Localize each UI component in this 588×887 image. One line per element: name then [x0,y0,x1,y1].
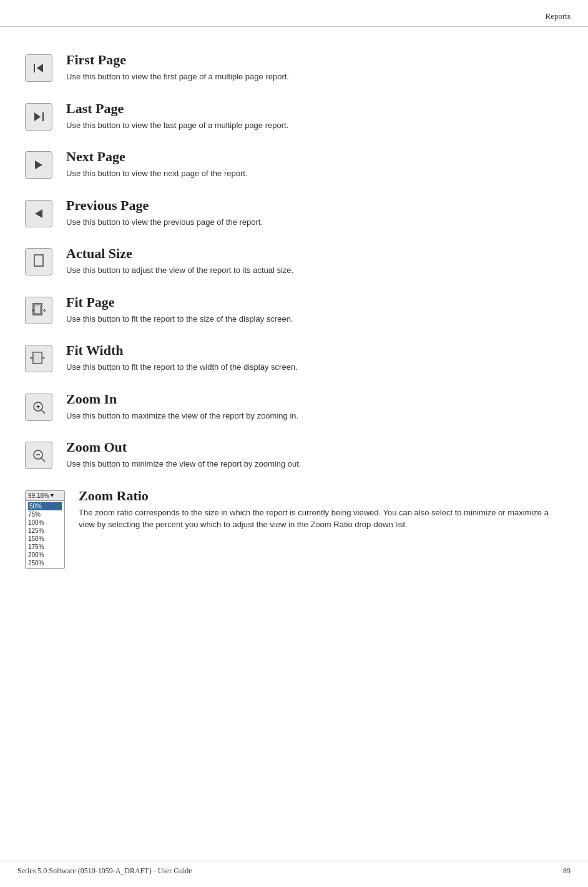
zoom-option-200[interactable]: 200% [28,551,62,559]
zoom-in-title: Zoom In [66,391,298,407]
zoom-ratio-dropdown: 50% 75% 100% 125% 150% 175% 200% 250% [26,501,64,568]
fit-page-desc: Use this button to fit the report to the… [66,313,293,325]
zoom-ratio-current: 99.18% [28,492,49,499]
prev-page-desc: Use this button to view the previous pag… [66,216,263,229]
zoom-out-desc: Use this button to minimize the view of … [66,458,301,470]
fit-page-title: Fit Page [66,294,293,310]
svg-rect-6 [34,255,43,266]
prev-page-text: Previous Page Use this button to view th… [66,197,263,229]
page-header: Reports [0,0,588,27]
header-title: Reports [546,11,571,21]
fit-width-desc: Use this button to fit the report to the… [66,361,298,374]
first-page-desc: Use this button to view the first page o… [66,71,289,83]
section-last-page: Last Page Use this button to view the la… [25,101,551,132]
section-prev-page: Previous Page Use this button to view th… [25,197,551,229]
actual-size-icon[interactable] [25,248,52,275]
zoom-option-100[interactable]: 100% [28,518,62,527]
next-page-icon[interactable] [25,151,52,179]
zoom-in-desc: Use this button to maximize the view of … [66,410,298,422]
section-zoom-ratio: 99.18% ▼ 50% 75% 100% 125% 150% 175% 200… [25,488,551,569]
svg-rect-0 [34,64,35,72]
footer-right: 89 [563,866,571,876]
zoom-out-icon[interactable] [25,442,52,469]
last-page-desc: Use this button to view the last page of… [66,119,288,132]
actual-size-title: Actual Size [66,245,293,262]
prev-page-icon[interactable] [25,200,52,227]
zoom-out-text: Zoom Out Use this button to minimize the… [66,439,301,470]
section-actual-size: Actual Size Use this button to adjust th… [25,245,551,277]
zoom-ratio-title: Zoom Ratio [79,488,551,504]
zoom-option-175[interactable]: 175% [28,543,62,551]
last-page-icon[interactable] [25,103,52,131]
fit-page-icon[interactable] [25,297,52,324]
svg-marker-5 [35,209,42,218]
svg-marker-3 [34,112,41,121]
last-page-title: Last Page [66,101,288,117]
fit-width-title: Fit Width [66,342,298,359]
zoom-option-75[interactable]: 75% [28,510,62,518]
first-page-title: First Page [66,52,289,68]
zoom-ratio-text: Zoom Ratio The zoom ratio corresponds to… [79,488,551,531]
footer-left: Series 5.0 Software (0510-1059-A_DRAFT) … [17,866,192,876]
zoom-in-text: Zoom In Use this button to maximize the … [66,391,298,422]
prev-page-title: Previous Page [66,197,263,214]
svg-rect-16 [33,352,42,364]
fit-width-icon[interactable] [25,345,52,372]
zoom-in-icon[interactable] [25,394,52,421]
next-page-desc: Use this button to view the next page of… [66,167,248,180]
zoom-out-title: Zoom Out [66,439,301,455]
zoom-ratio-icon[interactable]: 99.18% ▼ 50% 75% 100% 125% 150% 175% 200… [25,490,65,569]
actual-size-desc: Use this button to adjust the view of th… [66,264,293,277]
fit-width-text: Fit Width Use this button to fit the rep… [66,342,298,374]
zoom-option-50[interactable]: 50% [28,502,62,510]
section-zoom-in: Zoom In Use this button to maximize the … [25,391,551,422]
svg-rect-2 [42,112,44,121]
zoom-option-250[interactable]: 250% [28,559,62,567]
svg-line-24 [41,410,45,414]
svg-marker-1 [37,64,43,72]
fit-page-text: Fit Page Use this button to fit the repo… [66,294,293,325]
zoom-ratio-arrow[interactable]: ▼ [49,492,62,498]
svg-marker-4 [35,161,42,169]
page-footer: Series 5.0 Software (0510-1059-A_DRAFT) … [0,861,588,876]
last-page-text: Last Page Use this button to view the la… [66,101,288,132]
first-page-icon[interactable] [25,54,52,82]
section-fit-width: Fit Width Use this button to fit the rep… [25,342,551,374]
first-page-text: First Page Use this button to view the f… [66,52,289,83]
zoom-option-150[interactable]: 150% [28,535,62,543]
section-fit-page: Fit Page Use this button to fit the repo… [25,294,551,325]
section-zoom-out: Zoom Out Use this button to minimize the… [25,439,551,470]
section-first-page: First Page Use this button to view the f… [25,52,551,83]
svg-rect-8 [34,305,41,314]
svg-line-28 [41,458,45,462]
next-page-title: Next Page [66,149,248,165]
zoom-option-125[interactable]: 125% [28,527,62,535]
next-page-text: Next Page Use this button to view the ne… [66,149,248,180]
section-next-page: Next Page Use this button to view the ne… [25,149,551,180]
actual-size-text: Actual Size Use this button to adjust th… [66,245,293,277]
zoom-ratio-desc: The zoom ratio corresponds to the size i… [79,507,551,531]
